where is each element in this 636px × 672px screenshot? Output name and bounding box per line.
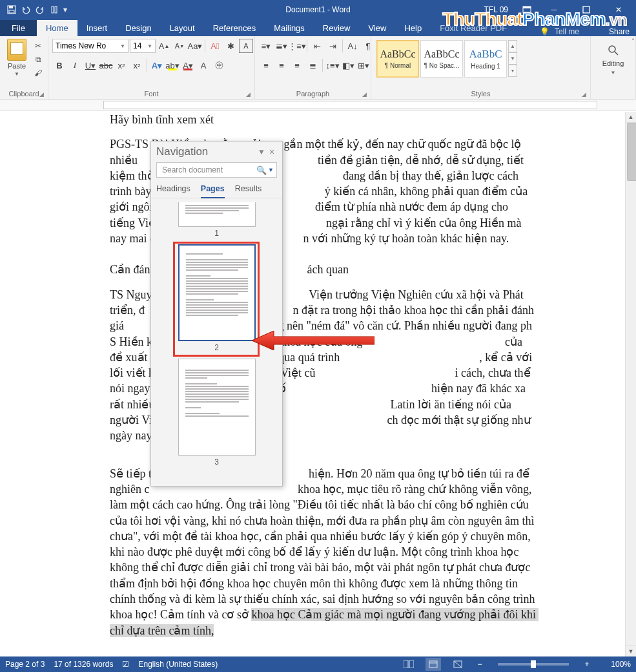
bold-button[interactable]: B (52, 58, 67, 72)
bullets-icon[interactable]: ≡▾ (259, 39, 273, 53)
zoom-level[interactable]: 100% (601, 660, 631, 669)
nav-tab-results[interactable]: Results (235, 182, 262, 198)
align-right-icon[interactable]: ≡ (290, 58, 304, 72)
line-spacing-icon[interactable]: ↕≡▾ (325, 58, 340, 72)
tab-file[interactable]: File (0, 20, 37, 36)
gallery-up-icon[interactable]: ▲ (508, 40, 517, 52)
doc-paragraph[interactable]: Sẽ tiếp t hiện. Hơn 20 năm qua ông tự bỏ… (110, 466, 536, 638)
style-normal[interactable]: AaBbCc ¶ Normal (376, 40, 419, 78)
undo-icon[interactable] (19, 3, 32, 16)
nav-tab-headings[interactable]: Headings (156, 182, 190, 198)
tab-review[interactable]: Review (314, 20, 360, 36)
shading-icon[interactable]: ◧▾ (341, 58, 355, 72)
search-icon[interactable]: 🔍 (256, 165, 267, 175)
account-name[interactable]: TFL 09 (477, 5, 515, 14)
subscript-button[interactable]: x2 (114, 58, 128, 72)
pane-options-icon[interactable]: ▼ (256, 147, 267, 156)
change-case-icon[interactable]: Aa▾ (188, 39, 202, 53)
character-shading-icon[interactable]: A (196, 58, 210, 72)
paragraph-launcher-icon[interactable]: ◢ (362, 91, 367, 98)
read-mode-icon[interactable] (401, 658, 416, 671)
page-thumbnail-3[interactable]: 3 (158, 359, 276, 467)
paste-button[interactable]: Paste ▼ (4, 39, 30, 77)
print-layout-icon[interactable] (426, 658, 441, 671)
ribbon-display-options-icon[interactable] (517, 0, 537, 19)
tab-references[interactable]: References (204, 20, 265, 36)
decrease-indent-icon[interactable]: ⇤ (310, 39, 324, 53)
tab-foxit[interactable]: Foxit Reader PDF (431, 20, 516, 36)
text-effects-icon[interactable]: A▾ (150, 58, 164, 72)
zoom-slider[interactable] (498, 663, 569, 666)
scroll-down-icon[interactable]: ▼ (626, 646, 636, 656)
justify-icon[interactable]: ≣ (305, 58, 320, 72)
grow-font-icon[interactable]: A▲ (157, 39, 171, 53)
tell-me[interactable]: Tell me (555, 27, 579, 36)
pane-close-icon[interactable]: × (267, 147, 277, 157)
web-layout-icon[interactable] (450, 658, 466, 671)
status-page[interactable]: Page 2 of 3 (5, 660, 45, 669)
styles-launcher-icon[interactable]: ◢ (582, 91, 586, 98)
tab-insert[interactable]: Insert (77, 20, 117, 36)
copy-icon[interactable]: ⧉ (32, 54, 44, 65)
increase-indent-icon[interactable]: ⇥ (325, 39, 340, 53)
sort-icon[interactable]: A↓ (345, 39, 360, 53)
style-heading1[interactable]: AaBbC Heading 1 (464, 40, 507, 78)
editing-button[interactable]: Editing ▼ (595, 39, 631, 76)
vertical-scrollbar[interactable]: ▲ ▼ (625, 112, 636, 656)
font-size-combo[interactable]: 14▼ (130, 39, 156, 53)
strikethrough-button[interactable]: abc (99, 58, 113, 72)
styles-gallery-scroll[interactable]: ▲ ▼ ▾ (508, 40, 517, 77)
font-name-combo[interactable]: Times New Ro▼ (52, 39, 128, 53)
tab-layout[interactable]: Layout (161, 20, 204, 36)
zoom-in-icon[interactable]: + (582, 660, 592, 669)
enclose-characters-icon[interactable]: ㊥ (212, 58, 226, 72)
italic-button[interactable]: I (68, 58, 82, 72)
align-center-icon[interactable]: ≡ (274, 58, 289, 72)
underline-button[interactable]: U▾ (83, 58, 97, 72)
borders-icon[interactable]: ⊞▾ (356, 58, 371, 72)
multilevel-list-icon[interactable]: ⋮≡▾ (290, 39, 304, 53)
close-icon[interactable]: ✕ (604, 0, 633, 19)
tab-mailings[interactable]: Mailings (265, 20, 314, 36)
format-painter-icon[interactable]: 🖌 (32, 67, 44, 79)
shrink-font-icon[interactable]: A▼ (172, 39, 187, 53)
save-icon[interactable] (5, 3, 18, 16)
clear-formatting-icon[interactable]: A⃠ (208, 39, 222, 53)
navigation-pane[interactable]: Navigation ▼ × Search document 🔍▼ Headin… (150, 141, 283, 487)
font-launcher-icon[interactable]: ◢ (246, 91, 251, 98)
spell-check-icon[interactable]: ☑ (122, 660, 129, 669)
document-page[interactable]: Hãy bình tĩnh xem xét PGS-TS Bùi Hiền ch… (58, 112, 588, 656)
cut-icon[interactable]: ✂ (32, 40, 44, 52)
numbering-icon[interactable]: ≣▾ (274, 39, 289, 53)
scroll-up-icon[interactable]: ▲ (626, 112, 636, 123)
qat-customize-icon[interactable]: ▾ (62, 3, 68, 16)
scroll-thumb[interactable] (627, 123, 636, 181)
superscript-button[interactable]: x2 (130, 58, 144, 72)
collapse-ribbon-icon[interactable]: ˄ (631, 37, 635, 45)
highlight-color-icon[interactable]: ab▾ (165, 58, 180, 72)
character-border-icon[interactable]: A (239, 39, 253, 53)
zoom-out-icon[interactable]: − (475, 660, 485, 669)
page-thumbnail-2[interactable]: 2 (158, 244, 276, 352)
doc-paragraph[interactable]: Hãy bình tĩnh xem xét (110, 112, 536, 127)
nav-tab-pages[interactable]: Pages (201, 182, 225, 198)
tab-help[interactable]: Help (395, 20, 431, 36)
status-language[interactable]: English (United States) (138, 660, 218, 669)
tab-view[interactable]: View (359, 20, 395, 36)
page-thumbnail-1[interactable]: 1 (158, 202, 276, 238)
touch-mode-icon[interactable] (48, 3, 61, 16)
phonetic-guide-icon[interactable]: ✱ (223, 39, 238, 53)
clipboard-launcher-icon[interactable]: ◢ (39, 91, 44, 98)
tab-home[interactable]: Home (37, 20, 77, 36)
redo-icon[interactable] (34, 3, 46, 16)
share-button[interactable]: Share (609, 27, 630, 36)
gallery-more-icon[interactable]: ▾ (508, 65, 517, 77)
navigation-search[interactable]: Search document 🔍▼ (156, 162, 277, 178)
ruler[interactable] (0, 100, 636, 111)
align-left-icon[interactable]: ≡ (259, 58, 273, 72)
maximize-icon[interactable] (571, 0, 601, 19)
font-color-icon[interactable]: A▾ (181, 58, 195, 72)
style-no-spacing[interactable]: AaBbCc ¶ No Spac... (420, 40, 463, 78)
gallery-down-icon[interactable]: ▼ (508, 52, 517, 65)
minimize-icon[interactable]: ─ (539, 0, 569, 19)
